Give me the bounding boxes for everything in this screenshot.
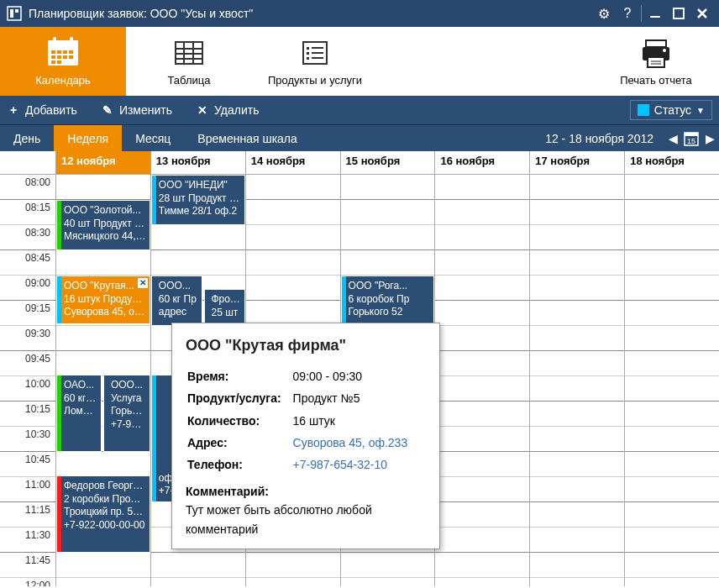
day-header[interactable]: 14 ноября bbox=[245, 151, 340, 174]
date-range: 12 - 18 ноября 2012 bbox=[535, 132, 664, 145]
x-icon: ✕ bbox=[196, 103, 209, 117]
svg-rect-11 bbox=[51, 55, 55, 59]
view-timeline[interactable]: Временная шкала bbox=[184, 125, 310, 151]
add-button[interactable]: +Добавить bbox=[7, 103, 77, 117]
settings-icon[interactable]: ⚙ bbox=[594, 3, 614, 24]
tab-table-label: Таблица bbox=[168, 74, 211, 87]
print-button[interactable]: Печать отчета bbox=[593, 27, 719, 96]
view-week[interactable]: Неделя bbox=[54, 125, 122, 151]
status-color-icon bbox=[638, 104, 649, 116]
svg-rect-1 bbox=[10, 9, 13, 18]
event[interactable]: ООО... Услуга Горького 52 +7-911-... bbox=[103, 375, 150, 452]
datepicker-icon[interactable]: 15 bbox=[682, 130, 701, 147]
day-column-4[interactable] bbox=[434, 175, 529, 586]
divider-icon bbox=[641, 5, 642, 22]
svg-rect-28 bbox=[307, 57, 309, 60]
svg-rect-17 bbox=[53, 37, 56, 44]
tooltip-value: Продукт №5 bbox=[293, 388, 418, 408]
maximize-button[interactable] bbox=[669, 3, 689, 24]
day-header[interactable]: 16 ноября bbox=[434, 151, 529, 174]
print-label: Печать отчета bbox=[620, 74, 692, 87]
tooltip-link[interactable]: Суворова 45, оф.233 bbox=[293, 433, 418, 453]
tooltip-link[interactable]: +7-987-654-32-10 bbox=[293, 454, 418, 475]
window-title: Планировщик заявок: ООО "Усы и хвост" bbox=[29, 7, 253, 20]
time-label: 08:30 bbox=[0, 225, 55, 250]
day-header-row: 12 ноября 13 ноября 14 ноября 15 ноября … bbox=[0, 151, 719, 175]
tooltip-label: Телефон: bbox=[187, 454, 291, 475]
svg-rect-9 bbox=[63, 50, 67, 54]
main-toolbar: Календарь Таблица Продукты и услуги Печа… bbox=[0, 27, 719, 96]
day-header[interactable]: 13 ноября bbox=[150, 151, 245, 174]
event-selected[interactable]: ✕ ООО "Крутая... 16 штук Продукт №5 Суво… bbox=[56, 276, 150, 324]
time-label: 08:45 bbox=[0, 250, 55, 276]
time-label: 12:00 bbox=[0, 578, 55, 586]
next-button[interactable]: ▶ bbox=[701, 132, 719, 145]
tab-calendar-label: Календарь bbox=[35, 74, 91, 87]
svg-rect-8 bbox=[57, 50, 61, 54]
time-label: 10:15 bbox=[0, 402, 55, 427]
event-tooltip: ООО "Крутая фирма" Время:09:00 - 09:30 П… bbox=[171, 323, 440, 549]
edit-button[interactable]: ✎Изменить bbox=[101, 103, 172, 117]
day-header[interactable]: 17 ноября bbox=[529, 151, 624, 174]
event[interactable]: ООО "Рога... 6 коробок Пр Горького 52 bbox=[341, 276, 435, 326]
time-label: 11:15 bbox=[0, 502, 55, 528]
svg-rect-39 bbox=[685, 133, 698, 136]
prev-button[interactable]: ◀ bbox=[664, 132, 682, 145]
time-label: 10:00 bbox=[0, 376, 55, 402]
event[interactable]: ОАО... 60 кг Пр Ломоносова 264, оф.4 bbox=[56, 375, 102, 452]
time-label: 11:00 bbox=[0, 477, 55, 502]
tooltip-label: Время: bbox=[187, 366, 291, 386]
tooltip-label: Количество: bbox=[187, 411, 291, 431]
delete-label: Удалить bbox=[214, 103, 259, 117]
minimize-button[interactable] bbox=[645, 3, 665, 24]
time-label: 09:30 bbox=[0, 326, 55, 351]
time-label: 10:45 bbox=[0, 452, 55, 477]
tab-table[interactable]: Таблица bbox=[126, 27, 252, 96]
time-label: 08:15 bbox=[0, 200, 55, 225]
day-column-0[interactable]: ООО "Золотой... 40 шт Продукт №3 Мясницк… bbox=[55, 175, 150, 586]
tab-calendar[interactable]: Календарь bbox=[0, 27, 126, 96]
help-icon[interactable]: ? bbox=[617, 3, 638, 24]
svg-rect-7 bbox=[51, 50, 55, 54]
day-header[interactable]: 12 ноября bbox=[55, 151, 150, 174]
close-button[interactable] bbox=[692, 3, 712, 24]
svg-rect-35 bbox=[648, 57, 664, 67]
svg-rect-14 bbox=[69, 55, 73, 59]
svg-rect-10 bbox=[69, 50, 73, 54]
svg-rect-18 bbox=[70, 37, 73, 44]
time-label: 08:00 bbox=[0, 175, 55, 200]
time-label: 09:00 bbox=[0, 276, 55, 301]
status-dropdown[interactable]: Статус ▼ bbox=[630, 100, 712, 120]
day-header[interactable]: 18 ноября bbox=[624, 151, 719, 174]
view-day[interactable]: День bbox=[0, 125, 54, 151]
time-label: 11:45 bbox=[0, 553, 55, 578]
titlebar: Планировщик заявок: ООО "Усы и хвост" ⚙ … bbox=[0, 0, 719, 27]
time-gutter: 08:00 08:15 08:30 08:45 09:00 09:15 09:3… bbox=[0, 175, 55, 586]
day-column-6[interactable] bbox=[624, 175, 719, 586]
svg-rect-0 bbox=[8, 7, 21, 20]
svg-rect-13 bbox=[63, 55, 67, 59]
pencil-icon: ✎ bbox=[101, 103, 114, 117]
tab-products[interactable]: Продукты и услуги bbox=[252, 27, 378, 96]
event[interactable]: ООО "Золотой... 40 шт Продукт №3 Мясницк… bbox=[56, 200, 150, 250]
event[interactable]: Фролов... 25 шт bbox=[204, 289, 245, 326]
event[interactable]: Федоров Георгий... 2 коробки Продукт № Т… bbox=[56, 475, 150, 553]
svg-rect-16 bbox=[57, 60, 61, 64]
tooltip-value: 16 штук bbox=[293, 411, 418, 431]
time-label: 09:45 bbox=[0, 351, 55, 376]
svg-rect-27 bbox=[307, 52, 309, 55]
event-close-icon[interactable]: ✕ bbox=[138, 278, 148, 288]
tooltip-value: 09:00 - 09:30 bbox=[293, 366, 418, 386]
svg-rect-32 bbox=[646, 40, 666, 47]
day-column-5[interactable] bbox=[529, 175, 624, 586]
view-month[interactable]: Месяц bbox=[122, 125, 184, 151]
event[interactable]: ООО... 60 кг Пр адрес bbox=[151, 276, 203, 326]
event[interactable]: ООО "ИНЕДИ" 28 шт Продукт №6 Тимме 28/1 … bbox=[151, 175, 245, 225]
status-label: Статус bbox=[654, 103, 691, 117]
day-header[interactable]: 15 ноября bbox=[340, 151, 435, 174]
svg-text:15: 15 bbox=[687, 137, 695, 145]
delete-button[interactable]: ✕Удалить bbox=[196, 103, 259, 117]
time-label: 10:30 bbox=[0, 427, 55, 452]
action-bar: +Добавить ✎Изменить ✕Удалить Статус ▼ bbox=[0, 96, 719, 124]
tooltip-title: ООО "Крутая фирма" bbox=[186, 333, 426, 358]
